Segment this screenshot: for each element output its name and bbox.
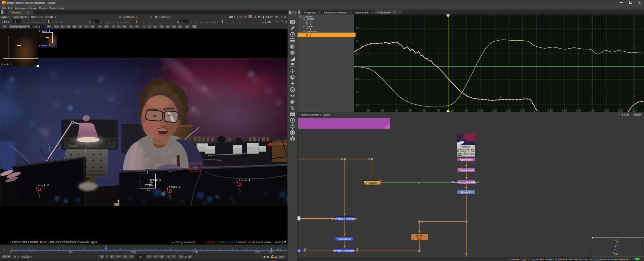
svg-text:180: 180 — [590, 109, 595, 112]
svg-text:-10: -10 — [355, 78, 359, 81]
svg-text:70: 70 — [437, 109, 440, 112]
svg-text:80: 80 — [450, 109, 454, 112]
svg-text:50: 50 — [409, 109, 412, 112]
svg-text:170: 170 — [576, 109, 581, 112]
svg-text:Grade19: Grade19 — [461, 191, 472, 194]
svg-text:(all): (all) — [417, 237, 422, 240]
svg-text:30: 30 — [380, 109, 384, 112]
svg-text:160: 160 — [562, 109, 567, 112]
svg-text:y: y — [500, 95, 501, 98]
svg-text:100: 100 — [130, 251, 136, 254]
svg-text:200: 200 — [255, 251, 260, 254]
svg-text:130: 130 — [520, 109, 525, 112]
svg-text:D: D — [291, 88, 294, 91]
svg-text:Res: 1920 * 1080: Res: 1920 * 1080 — [457, 153, 475, 155]
svg-text:Blur8: Blur8 — [416, 234, 423, 237]
svg-text:track 3: track 3 — [169, 185, 180, 188]
svg-text:Transform_MatchMove1: Transform_MatchMove1 — [452, 181, 481, 184]
svg-text:120: 120 — [506, 109, 511, 112]
svg-text:110: 110 — [492, 109, 497, 112]
svg-text:A: A — [357, 248, 359, 251]
svg-text:60: 60 — [423, 109, 426, 112]
svg-text:190: 190 — [604, 109, 609, 112]
svg-text:s: s — [299, 249, 300, 252]
svg-text:A: A — [304, 248, 306, 251]
svg-text:90: 90 — [465, 109, 468, 112]
svg-text:150: 150 — [548, 109, 553, 112]
svg-text:50: 50 — [69, 251, 72, 254]
svg-text:40: 40 — [394, 109, 398, 112]
svg-text:30: 30 — [356, 27, 359, 30]
svg-text:78: 78 — [105, 245, 108, 248]
svg-text:-30: -30 — [355, 103, 359, 106]
svg-text:210: 210 — [632, 109, 637, 112]
svg-text:track 4: track 4 — [239, 179, 250, 182]
svg-text:track 2: track 2 — [38, 184, 49, 187]
svg-text:200: 200 — [618, 109, 623, 112]
svg-text:211: 211 — [269, 251, 274, 254]
svg-text:150: 150 — [193, 251, 198, 254]
svg-text:20: 20 — [367, 109, 370, 112]
svg-text:20: 20 — [356, 39, 359, 43]
svg-text:100: 100 — [478, 109, 483, 112]
svg-text:Reformat4: Reformat4 — [460, 158, 473, 161]
svg-text:10: 10 — [356, 52, 359, 55]
svg-text:B: B — [331, 217, 333, 220]
svg-text:Tracker1: Tracker1 — [367, 181, 378, 184]
svg-text:track 1: track 1 — [150, 178, 161, 181]
svg-text:2: 2 — [10, 251, 12, 254]
svg-text:-20: -20 — [355, 90, 359, 94]
